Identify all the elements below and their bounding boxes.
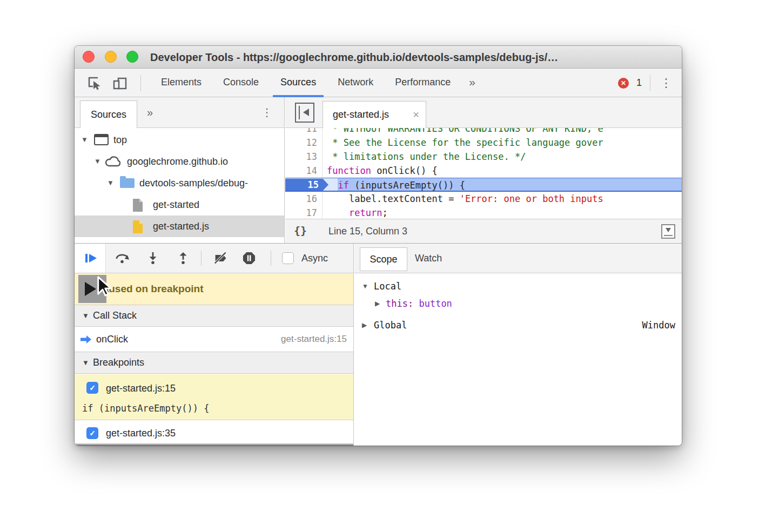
tab-sources[interactable]: Sources [270,69,327,97]
expand-triangle-icon[interactable]: ▼ [107,172,114,194]
breakpoints-header[interactable]: ▼ Breakpoints [75,352,353,374]
collapse-triangle-icon[interactable]: ▼ [82,352,89,373]
window-title: Developer Tools - https://googlechrome.g… [150,46,558,69]
error-badge-icon[interactable]: ✕ [618,78,629,89]
breakpoint-code: if (inputsAreEmpty()) { [82,401,209,416]
main-menu-kebab-icon[interactable]: ⋮ [660,69,672,97]
scope-local-row[interactable]: ▼ Local [354,278,682,295]
deactivate-breakpoints-icon[interactable] [214,252,228,265]
toolbar-divider [650,75,650,91]
line-number[interactable]: 11 [285,128,323,136]
tab-watch[interactable]: Watch [415,244,442,273]
minimize-window-button[interactable] [105,51,117,63]
tree-item-folder[interactable]: ▼ devtools-samples/debug- [75,172,284,194]
editor-tab-label: get-started.js [333,102,389,128]
code-line: 17 return; [285,206,682,219]
tree-item-get-started[interactable]: get-started [75,194,284,216]
cursor-position: Line 15, Column 3 [328,219,407,243]
step-into-icon[interactable] [146,252,160,265]
execution-line: 15 if (inputsAreEmpty()) { [285,178,682,192]
async-label[interactable]: Async [301,244,328,273]
mouse-cursor-icon [97,276,113,299]
tab-console[interactable]: Console [212,69,270,97]
step-out-icon[interactable] [176,252,190,265]
close-window-button[interactable] [83,51,95,63]
expand-triangle-icon[interactable]: ▼ [362,278,368,295]
tree-item-get-started-js[interactable]: get-started.js [75,216,284,237]
resume-button-pressed[interactable] [78,275,106,303]
file-icon-js [132,220,144,234]
code-text: return [349,206,382,219]
resume-button[interactable] [75,244,106,273]
tree-item-top[interactable]: ▼ top [75,129,284,151]
close-tab-icon[interactable]: × [413,102,419,128]
clipped-content-edge [75,443,353,446]
collapse-triangle-icon[interactable]: ▼ [82,305,89,326]
call-stack-frame[interactable]: onClick get-started.js:15 [75,327,353,352]
collapsed-triangle-icon[interactable]: ▶ [375,295,380,312]
hide-navigator-icon[interactable] [295,103,314,123]
toolbar-divider [140,75,141,91]
frame-icon [94,134,109,145]
code-line: 16 label.textContent = 'Error: one or bo… [285,192,682,206]
line-number[interactable]: 12 [285,136,323,150]
editor-tab-get-started-js[interactable]: get-started.js × [323,101,426,128]
pretty-print-icon[interactable]: {} [294,219,307,243]
expand-triangle-icon[interactable]: ▼ [94,151,101,172]
execution-line-badge[interactable]: 15 [285,179,328,191]
tab-scope[interactable]: Scope [360,247,407,271]
breakpoint-entry-active[interactable]: ✓ get-started.js:15 if (inputsAreEmpty()… [75,374,353,420]
scope-global-row[interactable]: ▶ Global Window [354,316,682,334]
breakpoint-checkbox[interactable]: ✓ [86,427,98,439]
error-count[interactable]: 1 [636,69,642,97]
code-text: ; [382,206,387,219]
inspect-element-icon[interactable] [86,76,102,91]
tree-item-origin[interactable]: ▼ googlechrome.github.io [75,151,284,172]
step-over-icon[interactable] [115,252,129,265]
call-stack-header[interactable]: ▼ Call Stack [75,305,353,327]
file-icon [132,198,144,212]
paused-banner: Paused on breakpoint [75,273,353,305]
tab-elements[interactable]: Elements [150,69,212,97]
navigator-tab-sources[interactable]: Sources [80,100,137,128]
frame-location[interactable]: get-started.js:15 [281,327,347,352]
tree-item-label: top [113,129,127,151]
property-name: this [386,298,408,309]
device-toolbar-icon[interactable] [112,76,127,91]
code-text [327,178,338,191]
zoom-window-button[interactable] [126,51,138,63]
navigator-menu-kebab-icon[interactable]: ⋮ [261,97,272,127]
async-checkbox[interactable] [282,252,294,264]
code-view[interactable]: 11 * WITHOUT WARRANTIES OR CONDITIONS OF… [285,128,682,219]
code-text: onClick() { [371,164,438,178]
collapsed-triangle-icon[interactable]: ▶ [362,316,367,334]
editor-tab-strip: get-started.js × [285,97,682,128]
scope-tree: ▼ Local ▶ this: button ▶ Global Window [354,273,682,446]
tab-network[interactable]: Network [327,69,384,97]
code-text: * WITHOUT WARRANTIES OR CONDITIONS OF AN… [327,128,603,136]
navigator-more-chevron-icon[interactable]: » [147,97,153,127]
upper-split: Sources » ⋮ ▼ top ▼ googlechrome.github.… [75,97,682,243]
breakpoint-entry[interactable]: ✓ get-started.js:35 [75,421,353,446]
more-tabs-chevron-icon[interactable]: » [461,69,483,97]
breakpoint-checkbox[interactable]: ✓ [86,382,98,394]
line-number[interactable]: 14 [285,164,323,178]
drawer-toggle-icon[interactable] [661,224,675,239]
expand-triangle-icon[interactable]: ▼ [81,129,88,151]
line-number[interactable]: 13 [285,150,323,164]
code-text: 'Error: one or both inputs [460,192,603,206]
line-number[interactable]: 17 [285,206,323,219]
execution-selection: if (inputsAreEmpty()) { [338,178,682,191]
devtools-window: Developer Tools - https://googlechrome.g… [75,46,682,446]
tree-item-label: devtools-samples/debug- [139,172,248,194]
line-number[interactable]: 16 [285,192,323,206]
code-text: * limitations under the License. */ [327,150,526,164]
scope-this-row[interactable]: ▶ this: button [354,295,682,312]
code-line: 13 * limitations under the License. */ [285,150,682,164]
debugger-toolbar: Async [75,244,353,273]
tab-performance[interactable]: Performance [384,69,461,97]
tree-item-label: googlechrome.github.io [127,151,228,172]
play-icon [85,282,96,296]
scope-pane: Scope Watch ▼ Local ▶ this: button ▶ Glo… [354,244,682,446]
pause-on-exceptions-icon[interactable] [242,252,256,265]
